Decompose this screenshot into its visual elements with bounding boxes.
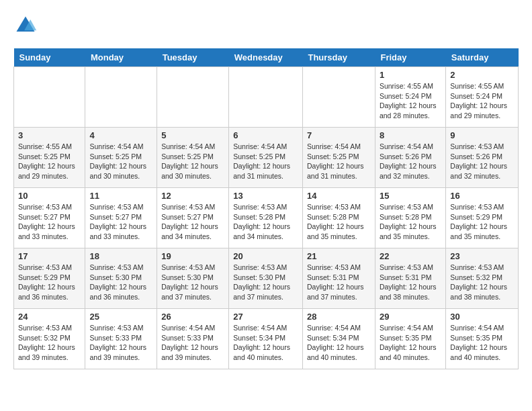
day-number: 25 bbox=[89, 312, 152, 322]
calendar-cell: 27Sunrise: 4:54 AMSunset: 5:34 PMDayligh… bbox=[229, 309, 303, 369]
calendar-week-row: 17Sunrise: 4:53 AMSunset: 5:29 PMDayligh… bbox=[14, 248, 519, 309]
day-info: Sunrise: 4:54 AMSunset: 5:33 PMDaylight:… bbox=[161, 323, 224, 363]
day-number: 10 bbox=[18, 191, 81, 201]
day-number: 2 bbox=[450, 70, 514, 80]
day-number: 12 bbox=[161, 191, 224, 201]
calendar-cell: 17Sunrise: 4:53 AMSunset: 5:29 PMDayligh… bbox=[14, 248, 85, 309]
day-info: Sunrise: 4:54 AMSunset: 5:26 PMDaylight:… bbox=[380, 142, 441, 181]
calendar-table: SundayMondayTuesdayWednesdayThursdayFrid… bbox=[13, 48, 519, 369]
day-info: Sunrise: 4:54 AMSunset: 5:25 PMDaylight:… bbox=[233, 142, 298, 181]
day-info: Sunrise: 4:53 AMSunset: 5:28 PMDaylight:… bbox=[233, 202, 298, 242]
weekday-header-thursday: Thursday bbox=[302, 48, 375, 67]
day-info: Sunrise: 4:53 AMSunset: 5:28 PMDaylight:… bbox=[307, 202, 371, 242]
day-info: Sunrise: 4:53 AMSunset: 5:30 PMDaylight:… bbox=[233, 263, 298, 302]
day-number: 20 bbox=[233, 251, 298, 261]
day-number: 6 bbox=[233, 130, 298, 140]
calendar-cell: 1Sunrise: 4:55 AMSunset: 5:24 PMDaylight… bbox=[375, 67, 445, 128]
calendar-cell: 3Sunrise: 4:55 AMSunset: 5:25 PMDaylight… bbox=[14, 128, 85, 188]
calendar-cell bbox=[157, 67, 229, 128]
day-info: Sunrise: 4:53 AMSunset: 5:29 PMDaylight:… bbox=[450, 202, 514, 242]
day-info: Sunrise: 4:53 AMSunset: 5:27 PMDaylight:… bbox=[161, 202, 224, 242]
weekday-header-row: SundayMondayTuesdayWednesdayThursdayFrid… bbox=[14, 48, 519, 67]
day-info: Sunrise: 4:53 AMSunset: 5:28 PMDaylight:… bbox=[380, 202, 441, 242]
weekday-header-friday: Friday bbox=[375, 48, 445, 67]
day-number: 27 bbox=[233, 312, 298, 322]
calendar-cell: 26Sunrise: 4:54 AMSunset: 5:33 PMDayligh… bbox=[157, 309, 229, 369]
logo-icon bbox=[13, 13, 38, 38]
calendar-cell: 11Sunrise: 4:53 AMSunset: 5:27 PMDayligh… bbox=[85, 188, 157, 248]
day-number: 29 bbox=[380, 312, 441, 322]
day-number: 28 bbox=[307, 312, 371, 322]
day-number: 8 bbox=[380, 130, 441, 140]
day-number: 30 bbox=[450, 312, 514, 322]
page-header bbox=[13, 13, 519, 38]
day-info: Sunrise: 4:55 AMSunset: 5:25 PMDaylight:… bbox=[18, 142, 81, 181]
calendar-cell bbox=[302, 67, 375, 128]
calendar-week-row: 1Sunrise: 4:55 AMSunset: 5:24 PMDaylight… bbox=[14, 67, 519, 128]
day-number: 15 bbox=[380, 191, 441, 201]
day-info: Sunrise: 4:55 AMSunset: 5:24 PMDaylight:… bbox=[380, 81, 441, 121]
day-info: Sunrise: 4:53 AMSunset: 5:27 PMDaylight:… bbox=[18, 202, 81, 242]
day-info: Sunrise: 4:54 AMSunset: 5:34 PMDaylight:… bbox=[307, 323, 371, 363]
day-info: Sunrise: 4:53 AMSunset: 5:32 PMDaylight:… bbox=[18, 323, 81, 363]
day-info: Sunrise: 4:54 AMSunset: 5:25 PMDaylight:… bbox=[89, 142, 152, 181]
calendar-cell: 21Sunrise: 4:53 AMSunset: 5:31 PMDayligh… bbox=[302, 248, 375, 309]
calendar-cell: 5Sunrise: 4:54 AMSunset: 5:25 PMDaylight… bbox=[157, 128, 229, 188]
day-number: 23 bbox=[450, 251, 514, 261]
day-info: Sunrise: 4:53 AMSunset: 5:29 PMDaylight:… bbox=[18, 263, 81, 302]
day-number: 3 bbox=[18, 130, 81, 140]
calendar-cell: 7Sunrise: 4:54 AMSunset: 5:25 PMDaylight… bbox=[302, 128, 375, 188]
day-number: 17 bbox=[18, 251, 81, 261]
day-number: 5 bbox=[161, 130, 224, 140]
calendar-week-row: 10Sunrise: 4:53 AMSunset: 5:27 PMDayligh… bbox=[14, 188, 519, 248]
weekday-header-monday: Monday bbox=[85, 48, 157, 67]
day-info: Sunrise: 4:53 AMSunset: 5:31 PMDaylight:… bbox=[307, 263, 371, 302]
calendar-cell: 22Sunrise: 4:53 AMSunset: 5:31 PMDayligh… bbox=[375, 248, 445, 309]
calendar-cell: 19Sunrise: 4:53 AMSunset: 5:30 PMDayligh… bbox=[157, 248, 229, 309]
day-number: 22 bbox=[380, 251, 441, 261]
calendar-cell bbox=[229, 67, 303, 128]
calendar-cell bbox=[85, 67, 157, 128]
day-number: 18 bbox=[89, 251, 152, 261]
day-number: 24 bbox=[18, 312, 81, 322]
day-info: Sunrise: 4:53 AMSunset: 5:32 PMDaylight:… bbox=[450, 263, 514, 302]
day-info: Sunrise: 4:53 AMSunset: 5:26 PMDaylight:… bbox=[450, 142, 514, 181]
day-number: 21 bbox=[307, 251, 371, 261]
weekday-header-saturday: Saturday bbox=[446, 48, 519, 67]
calendar-week-row: 3Sunrise: 4:55 AMSunset: 5:25 PMDaylight… bbox=[14, 128, 519, 188]
day-info: Sunrise: 4:54 AMSunset: 5:34 PMDaylight:… bbox=[233, 323, 298, 363]
calendar-cell: 6Sunrise: 4:54 AMSunset: 5:25 PMDaylight… bbox=[229, 128, 303, 188]
calendar-cell: 9Sunrise: 4:53 AMSunset: 5:26 PMDaylight… bbox=[446, 128, 519, 188]
day-number: 26 bbox=[161, 312, 224, 322]
calendar-cell: 25Sunrise: 4:53 AMSunset: 5:33 PMDayligh… bbox=[85, 309, 157, 369]
day-info: Sunrise: 4:53 AMSunset: 5:27 PMDaylight:… bbox=[89, 202, 152, 242]
calendar-cell: 15Sunrise: 4:53 AMSunset: 5:28 PMDayligh… bbox=[375, 188, 445, 248]
day-number: 13 bbox=[233, 191, 298, 201]
day-info: Sunrise: 4:54 AMSunset: 5:35 PMDaylight:… bbox=[380, 323, 441, 363]
day-number: 11 bbox=[89, 191, 152, 201]
weekday-header-wednesday: Wednesday bbox=[229, 48, 303, 67]
calendar-cell: 12Sunrise: 4:53 AMSunset: 5:27 PMDayligh… bbox=[157, 188, 229, 248]
logo bbox=[13, 13, 40, 38]
day-info: Sunrise: 4:53 AMSunset: 5:31 PMDaylight:… bbox=[380, 263, 441, 302]
day-info: Sunrise: 4:55 AMSunset: 5:24 PMDaylight:… bbox=[450, 81, 514, 121]
calendar-cell: 13Sunrise: 4:53 AMSunset: 5:28 PMDayligh… bbox=[229, 188, 303, 248]
day-number: 4 bbox=[89, 130, 152, 140]
calendar-cell: 20Sunrise: 4:53 AMSunset: 5:30 PMDayligh… bbox=[229, 248, 303, 309]
day-info: Sunrise: 4:53 AMSunset: 5:33 PMDaylight:… bbox=[89, 323, 152, 363]
day-info: Sunrise: 4:54 AMSunset: 5:25 PMDaylight:… bbox=[161, 142, 224, 181]
day-info: Sunrise: 4:54 AMSunset: 5:35 PMDaylight:… bbox=[450, 323, 514, 363]
calendar-cell bbox=[14, 67, 85, 128]
calendar-cell: 10Sunrise: 4:53 AMSunset: 5:27 PMDayligh… bbox=[14, 188, 85, 248]
calendar-cell: 28Sunrise: 4:54 AMSunset: 5:34 PMDayligh… bbox=[302, 309, 375, 369]
weekday-header-sunday: Sunday bbox=[14, 48, 85, 67]
day-number: 1 bbox=[380, 70, 441, 80]
calendar-week-row: 24Sunrise: 4:53 AMSunset: 5:32 PMDayligh… bbox=[14, 309, 519, 369]
day-info: Sunrise: 4:54 AMSunset: 5:25 PMDaylight:… bbox=[307, 142, 371, 181]
day-number: 16 bbox=[450, 191, 514, 201]
day-number: 19 bbox=[161, 251, 224, 261]
day-number: 14 bbox=[307, 191, 371, 201]
calendar-cell: 2Sunrise: 4:55 AMSunset: 5:24 PMDaylight… bbox=[446, 67, 519, 128]
day-number: 9 bbox=[450, 130, 514, 140]
day-info: Sunrise: 4:53 AMSunset: 5:30 PMDaylight:… bbox=[161, 263, 224, 302]
